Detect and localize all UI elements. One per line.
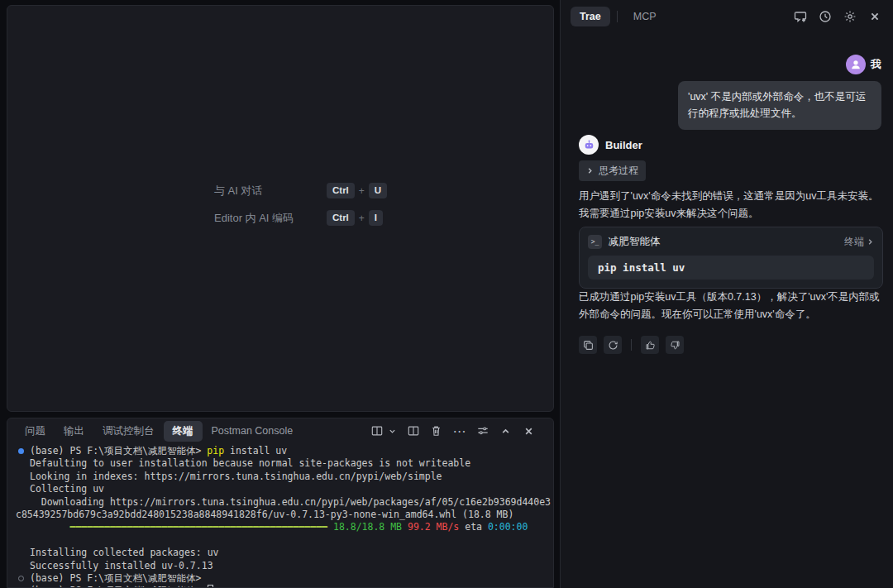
trash-icon[interactable] bbox=[430, 425, 442, 437]
tab-divider bbox=[617, 11, 618, 22]
keycap-u: U bbox=[369, 183, 387, 198]
copy-icon[interactable] bbox=[579, 336, 597, 354]
bottom-panel: 问题 输出 调试控制台 终端 Postman Console ⋯ bbox=[7, 418, 554, 588]
tab-postman-console[interactable]: Postman Console bbox=[203, 422, 303, 440]
split-terminal-icon[interactable] bbox=[370, 425, 383, 437]
assistant-paragraph: 已成功通过pip安装uv工具（版本0.7.13），解决了'uvx'不是内部或外部… bbox=[579, 289, 881, 324]
more-actions-icon[interactable]: ⋯ bbox=[453, 425, 466, 437]
close-panel-icon[interactable] bbox=[867, 10, 881, 24]
terminal-tool-card: >_ 减肥智能体 终端 pip install uv bbox=[579, 227, 883, 289]
tool-card-title: 减肥智能体 bbox=[609, 235, 661, 249]
chevron-right-icon bbox=[586, 167, 594, 174]
close-panel-icon[interactable] bbox=[523, 425, 535, 437]
user-message-bubble: 'uvx' 不是内部或外部命令，也不是可运行的程序或批处理文件。 bbox=[678, 81, 881, 130]
thinking-process-toggle[interactable]: 思考过程 bbox=[579, 160, 646, 181]
maximize-panel-icon[interactable] bbox=[499, 425, 512, 437]
terminal-cursor bbox=[208, 585, 213, 588]
command-status-dot bbox=[18, 576, 24, 581]
user-avatar bbox=[846, 55, 866, 74]
terminal-blank-line bbox=[18, 534, 553, 547]
tab-terminal[interactable]: 终端 bbox=[164, 421, 203, 442]
assistant-header: Builder bbox=[579, 135, 642, 155]
open-terminal-link[interactable]: 终端 bbox=[844, 235, 874, 249]
terminal-line: Successfully installed uv-0.7.13 bbox=[18, 560, 553, 572]
terminal-line: Collecting uv bbox=[18, 483, 553, 495]
hint-label: Editor 内 AI 编码 bbox=[214, 211, 320, 226]
message-actions bbox=[579, 336, 684, 354]
terminal-prompt-line: (base) PS F:\项目文档\减肥智能体> bbox=[18, 572, 553, 585]
regenerate-icon[interactable] bbox=[604, 336, 622, 354]
tab-debug-console[interactable]: 调试控制台 bbox=[93, 421, 164, 442]
terminal-prompt-line: (base) PS F:\项目文档\减肥智能体> bbox=[18, 585, 553, 588]
panel-tab-bar: 问题 输出 调试控制台 终端 Postman Console ⋯ bbox=[7, 418, 553, 443]
terminal-output[interactable]: (base) PS F:\项目文档\减肥智能体> pip install uv … bbox=[7, 445, 553, 587]
thumbs-down-icon[interactable] bbox=[666, 336, 684, 354]
terminal-line: Defaulting to user installation because … bbox=[18, 457, 553, 470]
thumbs-up-icon[interactable] bbox=[641, 336, 659, 354]
editor-panel: 与 AI 对话 Ctrl + U Editor 内 AI 编码 Ctrl + I bbox=[7, 5, 554, 412]
new-chat-icon[interactable] bbox=[793, 10, 807, 24]
editor-shortcut-hints: 与 AI 对话 Ctrl + U Editor 内 AI 编码 Ctrl + I bbox=[214, 183, 387, 226]
terminal-line: Downloading https://mirrors.tuna.tsinghu… bbox=[18, 496, 553, 509]
keycap-i: I bbox=[369, 210, 383, 226]
settings-gear-icon[interactable] bbox=[843, 10, 857, 24]
ai-chat-panel: Trae MCP 我 'uvx' 不是内部或外部命令，也不是可运行的程序或批处理… bbox=[560, 0, 893, 588]
chevron-down-icon[interactable] bbox=[389, 425, 396, 437]
terminal-line: c85439257bd679c3a92bdd248015238a88489418… bbox=[18, 509, 553, 521]
chat-header: Trae MCP bbox=[561, 0, 893, 33]
command-status-dot bbox=[18, 448, 24, 454]
chevron-right-icon bbox=[867, 238, 874, 246]
assistant-name: Builder bbox=[605, 139, 642, 151]
split-editor-icon[interactable] bbox=[407, 425, 419, 437]
tool-command: pip install uv bbox=[588, 256, 874, 280]
thinking-process-label: 思考过程 bbox=[599, 164, 638, 178]
tab-problems[interactable]: 问题 bbox=[16, 421, 55, 442]
hint-row-ai-chat: 与 AI 对话 Ctrl + U bbox=[214, 183, 387, 198]
actions-divider bbox=[631, 339, 632, 351]
keycap-plus: + bbox=[359, 213, 365, 224]
hint-row-inline-ai: Editor 内 AI 编码 Ctrl + I bbox=[214, 210, 387, 226]
terminal-progress-line: ━━━━━━━━━━━━━━━━━━━━━━━━━━━━━━━━━━━━━━━━… bbox=[18, 521, 553, 533]
user-message-header: 我 bbox=[846, 55, 881, 74]
terminal-icon: >_ bbox=[588, 235, 602, 249]
tune-filter-icon[interactable] bbox=[476, 425, 489, 437]
user-name: 我 bbox=[871, 57, 881, 72]
keycap-ctrl: Ctrl bbox=[327, 210, 355, 226]
terminal-line: (base) PS F:\项目文档\减肥智能体> pip install uv bbox=[18, 445, 553, 457]
assistant-paragraph: 用户遇到了'uvx'命令未找到的错误，这通常是因为uv工具未安装。我需要通过pi… bbox=[579, 188, 881, 223]
history-icon[interactable] bbox=[818, 10, 832, 24]
tab-mcp[interactable]: MCP bbox=[624, 7, 666, 26]
tab-trae[interactable]: Trae bbox=[571, 7, 610, 26]
terminal-line: Looking in indexes: https://mirrors.tuna… bbox=[18, 471, 553, 483]
keycap-ctrl: Ctrl bbox=[327, 183, 355, 198]
terminal-line: Installing collected packages: uv bbox=[18, 547, 553, 559]
hint-label: 与 AI 对话 bbox=[214, 184, 320, 198]
tab-output[interactable]: 输出 bbox=[55, 421, 93, 442]
builder-avatar bbox=[579, 135, 599, 155]
keycap-plus: + bbox=[359, 185, 365, 197]
